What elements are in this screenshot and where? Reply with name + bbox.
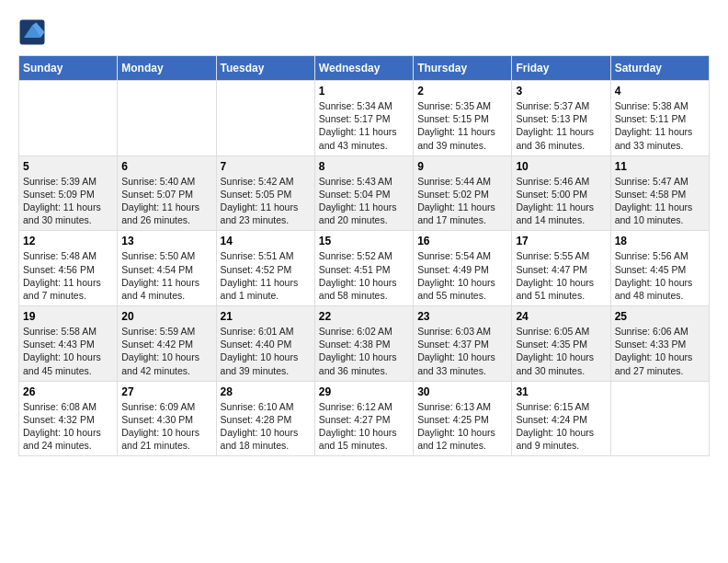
cell-content: Sunrise: 6:13 AM	[417, 400, 507, 413]
cell-content: Sunrise: 5:58 AM	[23, 325, 113, 338]
day-header-wednesday: Wednesday	[314, 56, 413, 81]
cell-content: Daylight: 10 hours and 51 minutes.	[516, 276, 606, 302]
calendar-cell: 11Sunrise: 5:47 AMSunset: 4:58 PMDayligh…	[610, 155, 709, 231]
day-number: 1	[319, 85, 409, 98]
cell-content: Sunrise: 5:51 AM	[221, 249, 311, 262]
header-row: SundayMondayTuesdayWednesdayThursdayFrid…	[19, 56, 710, 81]
cell-content: Sunset: 4:27 PM	[319, 413, 409, 426]
cell-content: Sunrise: 5:59 AM	[121, 325, 211, 338]
day-number: 11	[615, 160, 705, 173]
week-row-2: 5Sunrise: 5:39 AMSunset: 5:09 PMDaylight…	[19, 155, 710, 231]
cell-content: Sunrise: 5:38 AM	[615, 99, 705, 112]
cell-content: Daylight: 11 hours and 20 minutes.	[319, 201, 409, 226]
cell-content: Daylight: 10 hours and 39 minutes.	[221, 350, 311, 376]
cell-content: Daylight: 11 hours and 17 minutes.	[417, 201, 507, 226]
cell-content: Sunset: 4:25 PM	[417, 413, 507, 426]
calendar-cell: 7Sunrise: 5:42 AMSunset: 5:05 PMDaylight…	[216, 155, 314, 231]
day-number: 20	[121, 310, 211, 323]
cell-content: Sunrise: 5:39 AM	[23, 175, 113, 188]
cell-content: Sunrise: 5:35 AM	[417, 99, 507, 112]
calendar-cell: 26Sunrise: 6:08 AMSunset: 4:32 PMDayligh…	[19, 381, 118, 456]
day-number: 19	[23, 310, 113, 323]
day-number: 27	[121, 385, 211, 398]
day-number: 5	[23, 160, 113, 173]
day-number: 10	[516, 160, 606, 173]
cell-content: Sunrise: 6:05 AM	[516, 325, 606, 338]
calendar-cell: 25Sunrise: 6:06 AMSunset: 4:33 PMDayligh…	[610, 306, 709, 382]
calendar-cell: 30Sunrise: 6:13 AMSunset: 4:25 PMDayligh…	[414, 381, 512, 456]
cell-content: Sunset: 4:40 PM	[221, 338, 311, 350]
cell-content: Sunrise: 6:06 AM	[615, 325, 705, 338]
cell-content: Daylight: 10 hours and 12 minutes.	[417, 426, 507, 452]
calendar-cell: 18Sunrise: 5:56 AMSunset: 4:45 PMDayligh…	[610, 231, 709, 306]
calendar-cell: 9Sunrise: 5:44 AMSunset: 5:02 PMDaylight…	[414, 155, 512, 231]
cell-content: Daylight: 10 hours and 42 minutes.	[121, 350, 211, 376]
cell-content: Sunrise: 5:54 AM	[417, 249, 507, 262]
cell-content: Daylight: 11 hours and 1 minute.	[221, 276, 311, 302]
cell-content: Daylight: 10 hours and 48 minutes.	[615, 276, 705, 302]
day-number: 9	[417, 160, 507, 173]
cell-content: Daylight: 11 hours and 4 minutes.	[121, 276, 211, 302]
cell-content: Sunset: 5:17 PM	[319, 112, 409, 125]
week-row-3: 12Sunrise: 5:48 AMSunset: 4:56 PMDayligh…	[19, 231, 710, 306]
calendar-cell: 15Sunrise: 5:52 AMSunset: 4:51 PMDayligh…	[314, 231, 413, 306]
cell-content: Sunset: 4:45 PM	[615, 263, 705, 276]
cell-content: Sunset: 4:47 PM	[516, 263, 606, 276]
cell-content: Sunset: 4:37 PM	[417, 338, 507, 350]
day-number: 2	[417, 85, 507, 98]
cell-content: Sunset: 4:32 PM	[23, 413, 113, 426]
cell-content: Sunrise: 6:01 AM	[221, 325, 311, 338]
day-number: 4	[615, 85, 705, 98]
day-number: 3	[516, 85, 606, 98]
calendar-cell: 16Sunrise: 5:54 AMSunset: 4:49 PMDayligh…	[414, 231, 512, 306]
day-number: 13	[121, 235, 211, 247]
day-number: 23	[417, 310, 507, 323]
day-header-tuesday: Tuesday	[216, 56, 314, 81]
cell-content: Sunset: 4:43 PM	[23, 338, 113, 350]
cell-content: Daylight: 10 hours and 36 minutes.	[319, 350, 409, 376]
day-header-saturday: Saturday	[610, 56, 709, 81]
cell-content: Sunset: 5:05 PM	[221, 188, 311, 201]
cell-content: Sunrise: 6:12 AM	[319, 400, 409, 413]
logo	[18, 18, 48, 46]
cell-content: Sunset: 5:07 PM	[121, 188, 211, 201]
cell-content: Sunrise: 5:52 AM	[319, 249, 409, 262]
day-number: 21	[221, 310, 311, 323]
cell-content: Sunrise: 6:03 AM	[417, 325, 507, 338]
cell-content: Sunrise: 5:37 AM	[516, 99, 606, 112]
cell-content: Sunrise: 5:44 AM	[417, 175, 507, 188]
cell-content: Sunrise: 5:48 AM	[23, 249, 113, 262]
day-number: 16	[417, 235, 507, 247]
day-number: 14	[221, 235, 311, 247]
cell-content: Daylight: 10 hours and 58 minutes.	[319, 276, 409, 302]
cell-content: Daylight: 11 hours and 14 minutes.	[516, 201, 606, 226]
calendar-cell: 3Sunrise: 5:37 AMSunset: 5:13 PMDaylight…	[512, 81, 610, 156]
day-number: 8	[319, 160, 409, 173]
day-header-monday: Monday	[118, 56, 216, 81]
cell-content: Sunset: 5:11 PM	[615, 112, 705, 125]
cell-content: Sunrise: 5:40 AM	[121, 175, 211, 188]
day-header-sunday: Sunday	[19, 56, 118, 81]
cell-content: Sunset: 4:49 PM	[417, 263, 507, 276]
day-number: 26	[23, 385, 113, 398]
cell-content: Sunset: 5:04 PM	[319, 188, 409, 201]
cell-content: Daylight: 10 hours and 21 minutes.	[121, 426, 211, 452]
cell-content: Sunset: 5:00 PM	[516, 188, 606, 201]
cell-content: Sunset: 5:13 PM	[516, 112, 606, 125]
cell-content: Sunset: 4:35 PM	[516, 338, 606, 350]
cell-content: Sunset: 4:51 PM	[319, 263, 409, 276]
cell-content: Sunrise: 5:43 AM	[319, 175, 409, 188]
cell-content: Daylight: 11 hours and 10 minutes.	[615, 201, 705, 226]
cell-content: Sunrise: 5:46 AM	[516, 175, 606, 188]
cell-content: Sunset: 4:52 PM	[221, 263, 311, 276]
cell-content: Daylight: 10 hours and 24 minutes.	[23, 426, 113, 452]
day-number: 7	[221, 160, 311, 173]
day-number: 31	[516, 385, 606, 398]
day-number: 22	[319, 310, 409, 323]
cell-content: Daylight: 11 hours and 23 minutes.	[221, 201, 311, 226]
cell-content: Sunset: 4:56 PM	[23, 263, 113, 276]
cell-content: Sunrise: 6:10 AM	[221, 400, 311, 413]
cell-content: Sunrise: 5:34 AM	[319, 99, 409, 112]
week-row-4: 19Sunrise: 5:58 AMSunset: 4:43 PMDayligh…	[19, 306, 710, 382]
cell-content: Sunset: 4:28 PM	[221, 413, 311, 426]
